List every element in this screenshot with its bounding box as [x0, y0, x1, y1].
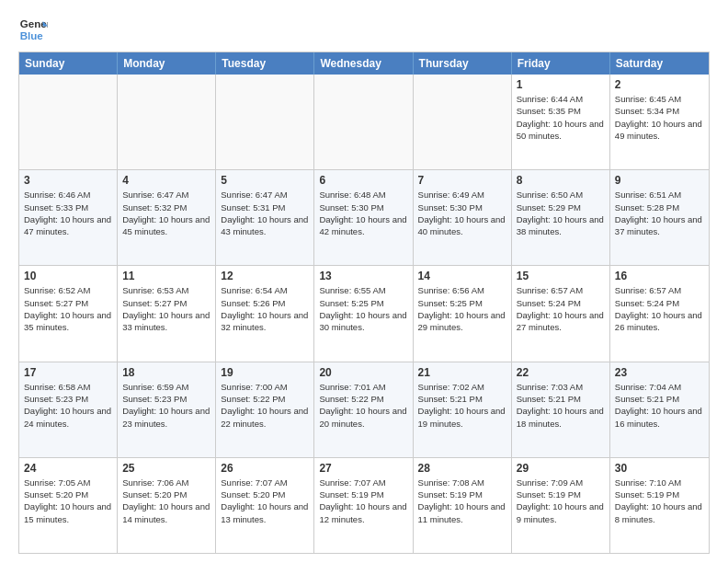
- day-cell-15: 15Sunrise: 6:57 AMSunset: 5:24 PMDayligh…: [512, 266, 610, 361]
- day-info: Sunrise: 6:45 AMSunset: 5:34 PMDaylight:…: [615, 93, 704, 142]
- day-cell-11: 11Sunrise: 6:53 AMSunset: 5:27 PMDayligh…: [118, 266, 216, 361]
- day-cell-5: 5Sunrise: 6:47 AMSunset: 5:31 PMDaylight…: [216, 170, 314, 265]
- day-number: 4: [122, 174, 210, 187]
- day-cell-16: 16Sunrise: 6:57 AMSunset: 5:24 PMDayligh…: [610, 266, 709, 361]
- day-info: Sunrise: 7:10 AMSunset: 5:19 PMDaylight:…: [615, 477, 704, 525]
- calendar-row-1: 1Sunrise: 6:44 AMSunset: 5:35 PMDaylight…: [19, 75, 709, 169]
- day-header-wednesday: Wednesday: [314, 52, 413, 75]
- day-cell-17: 17Sunrise: 6:58 AMSunset: 5:23 PMDayligh…: [19, 362, 118, 457]
- day-header-tuesday: Tuesday: [216, 52, 314, 75]
- day-info: Sunrise: 6:55 AMSunset: 5:25 PMDaylight:…: [319, 284, 407, 333]
- day-info: Sunrise: 6:47 AMSunset: 5:32 PMDaylight:…: [122, 189, 210, 237]
- day-cell-18: 18Sunrise: 6:59 AMSunset: 5:23 PMDayligh…: [118, 362, 216, 457]
- day-info: Sunrise: 6:53 AMSunset: 5:27 PMDaylight:…: [122, 284, 210, 333]
- day-number: 18: [122, 366, 210, 379]
- calendar-row-2: 3Sunrise: 6:46 AMSunset: 5:33 PMDaylight…: [19, 169, 709, 265]
- day-cell-29: 29Sunrise: 7:09 AMSunset: 5:19 PMDayligh…: [512, 458, 610, 553]
- day-info: Sunrise: 7:04 AMSunset: 5:21 PMDaylight:…: [615, 381, 704, 430]
- day-cell-30: 30Sunrise: 7:10 AMSunset: 5:19 PMDayligh…: [610, 458, 709, 553]
- day-number: 5: [221, 174, 309, 187]
- day-cell-23: 23Sunrise: 7:04 AMSunset: 5:21 PMDayligh…: [610, 362, 709, 457]
- day-cell-4: 4Sunrise: 6:47 AMSunset: 5:32 PMDaylight…: [118, 170, 216, 265]
- day-number: 30: [615, 462, 704, 475]
- day-info: Sunrise: 6:44 AMSunset: 5:35 PMDaylight:…: [517, 93, 605, 142]
- day-cell-2: 2Sunrise: 6:45 AMSunset: 5:34 PMDaylight…: [610, 75, 709, 169]
- day-cell-3: 3Sunrise: 6:46 AMSunset: 5:33 PMDaylight…: [19, 170, 118, 265]
- calendar-row-3: 10Sunrise: 6:52 AMSunset: 5:27 PMDayligh…: [19, 265, 709, 361]
- day-number: 12: [221, 270, 309, 282]
- day-number: 25: [122, 462, 210, 475]
- day-info: Sunrise: 6:50 AMSunset: 5:29 PMDaylight:…: [517, 189, 605, 237]
- calendar-header: SundayMondayTuesdayWednesdayThursdayFrid…: [19, 52, 709, 75]
- day-header-sunday: Sunday: [19, 52, 118, 75]
- day-cell-9: 9Sunrise: 6:51 AMSunset: 5:28 PMDaylight…: [610, 170, 709, 265]
- day-number: 29: [517, 462, 605, 475]
- logo-icon: General Blue: [18, 15, 48, 44]
- day-cell-19: 19Sunrise: 7:00 AMSunset: 5:22 PMDayligh…: [216, 362, 314, 457]
- day-number: 1: [517, 78, 605, 91]
- day-info: Sunrise: 7:00 AMSunset: 5:22 PMDaylight:…: [221, 381, 309, 430]
- day-info: Sunrise: 6:58 AMSunset: 5:23 PMDaylight:…: [24, 381, 112, 430]
- day-number: 23: [615, 366, 704, 379]
- day-number: 10: [24, 270, 112, 282]
- day-info: Sunrise: 7:07 AMSunset: 5:19 PMDaylight:…: [319, 477, 407, 525]
- day-cell-10: 10Sunrise: 6:52 AMSunset: 5:27 PMDayligh…: [19, 266, 118, 361]
- day-cell-13: 13Sunrise: 6:55 AMSunset: 5:25 PMDayligh…: [314, 266, 413, 361]
- day-info: Sunrise: 6:48 AMSunset: 5:30 PMDaylight:…: [319, 189, 407, 237]
- day-cell-6: 6Sunrise: 6:48 AMSunset: 5:30 PMDaylight…: [314, 170, 413, 265]
- day-info: Sunrise: 6:56 AMSunset: 5:25 PMDaylight:…: [418, 284, 506, 333]
- day-cell-24: 24Sunrise: 7:05 AMSunset: 5:20 PMDayligh…: [19, 458, 118, 553]
- page: General Blue SundayMondayTuesdayWednesda…: [0, 0, 728, 563]
- day-info: Sunrise: 6:57 AMSunset: 5:24 PMDaylight:…: [517, 284, 605, 333]
- day-info: Sunrise: 7:06 AMSunset: 5:20 PMDaylight:…: [122, 477, 210, 525]
- empty-cell: [216, 75, 314, 169]
- day-info: Sunrise: 7:07 AMSunset: 5:20 PMDaylight:…: [221, 477, 309, 525]
- empty-cell: [19, 75, 118, 169]
- day-number: 26: [221, 462, 309, 475]
- day-info: Sunrise: 6:54 AMSunset: 5:26 PMDaylight:…: [221, 284, 309, 333]
- day-number: 6: [319, 174, 407, 187]
- day-cell-8: 8Sunrise: 6:50 AMSunset: 5:29 PMDaylight…: [512, 170, 610, 265]
- day-number: 14: [418, 270, 506, 282]
- day-number: 16: [615, 270, 704, 282]
- day-info: Sunrise: 6:49 AMSunset: 5:30 PMDaylight:…: [418, 189, 506, 237]
- calendar: SundayMondayTuesdayWednesdayThursdayFrid…: [18, 52, 710, 554]
- day-number: 3: [24, 174, 112, 187]
- day-number: 19: [221, 366, 309, 379]
- day-cell-12: 12Sunrise: 6:54 AMSunset: 5:26 PMDayligh…: [216, 266, 314, 361]
- day-cell-26: 26Sunrise: 7:07 AMSunset: 5:20 PMDayligh…: [216, 458, 314, 553]
- day-info: Sunrise: 7:09 AMSunset: 5:19 PMDaylight:…: [517, 477, 605, 525]
- day-cell-14: 14Sunrise: 6:56 AMSunset: 5:25 PMDayligh…: [414, 266, 512, 361]
- day-cell-28: 28Sunrise: 7:08 AMSunset: 5:19 PMDayligh…: [414, 458, 512, 553]
- calendar-body: 1Sunrise: 6:44 AMSunset: 5:35 PMDaylight…: [19, 75, 709, 553]
- day-number: 24: [24, 462, 112, 475]
- day-number: 20: [319, 366, 407, 379]
- day-number: 11: [122, 270, 210, 282]
- day-number: 17: [24, 366, 112, 379]
- day-cell-7: 7Sunrise: 6:49 AMSunset: 5:30 PMDaylight…: [414, 170, 512, 265]
- day-info: Sunrise: 6:59 AMSunset: 5:23 PMDaylight:…: [122, 381, 210, 430]
- empty-cell: [118, 75, 216, 169]
- logo: General Blue: [18, 15, 48, 44]
- day-header-thursday: Thursday: [414, 52, 512, 75]
- day-number: 8: [517, 174, 605, 187]
- empty-cell: [314, 75, 413, 169]
- day-header-monday: Monday: [118, 52, 216, 75]
- header: General Blue: [18, 15, 710, 44]
- calendar-row-4: 17Sunrise: 6:58 AMSunset: 5:23 PMDayligh…: [19, 362, 709, 457]
- day-number: 22: [517, 366, 605, 379]
- day-cell-20: 20Sunrise: 7:01 AMSunset: 5:22 PMDayligh…: [314, 362, 413, 457]
- day-info: Sunrise: 7:08 AMSunset: 5:19 PMDaylight:…: [418, 477, 506, 525]
- calendar-row-5: 24Sunrise: 7:05 AMSunset: 5:20 PMDayligh…: [19, 457, 709, 553]
- day-number: 27: [319, 462, 407, 475]
- day-info: Sunrise: 7:01 AMSunset: 5:22 PMDaylight:…: [319, 381, 407, 430]
- day-number: 13: [319, 270, 407, 282]
- day-info: Sunrise: 7:03 AMSunset: 5:21 PMDaylight:…: [517, 381, 605, 430]
- day-info: Sunrise: 6:51 AMSunset: 5:28 PMDaylight:…: [615, 189, 704, 237]
- day-info: Sunrise: 7:02 AMSunset: 5:21 PMDaylight:…: [418, 381, 506, 430]
- day-cell-21: 21Sunrise: 7:02 AMSunset: 5:21 PMDayligh…: [414, 362, 512, 457]
- day-info: Sunrise: 6:57 AMSunset: 5:24 PMDaylight:…: [615, 284, 704, 333]
- day-number: 9: [615, 174, 704, 187]
- day-cell-1: 1Sunrise: 6:44 AMSunset: 5:35 PMDaylight…: [512, 75, 610, 169]
- day-number: 21: [418, 366, 506, 379]
